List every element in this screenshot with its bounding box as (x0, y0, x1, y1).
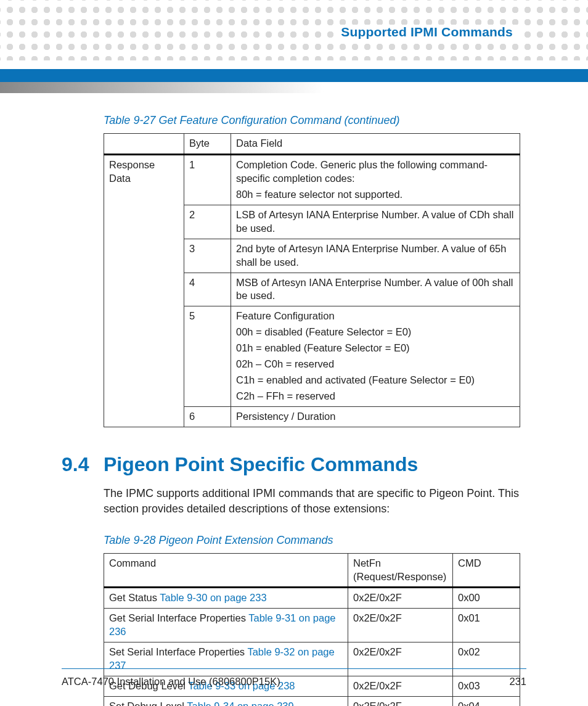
cmd-text: Set Serial Interface Properties (109, 646, 247, 657)
cell-line: C1h = enabled and activated (Feature Sel… (236, 374, 515, 387)
cmd-text: Get Serial Interface Properties (109, 612, 248, 623)
cross-ref-link[interactable]: Table 9-30 on page 233 (160, 592, 266, 603)
cell-cmd: 0x04 (453, 697, 520, 706)
table-927: Byte Data Field Response Data 1 Completi… (104, 133, 520, 427)
cell-byte: 6 (184, 407, 231, 427)
table-928-head-col1: Command (104, 553, 348, 588)
cell-netfn: 0x2E/0x2F (348, 642, 453, 676)
cell-cmd: 0x02 (453, 642, 520, 676)
cell-line: C2h – FFh = reserved (236, 390, 515, 403)
cmd-text: Get Status (109, 592, 160, 603)
cell-line: 2nd byte of Artesyn IANA Enterprise Numb… (236, 242, 515, 269)
cell-cmd: 0x01 (453, 609, 520, 642)
table-928-caption: Table 9-28 Pigeon Point Extension Comman… (104, 534, 520, 547)
cell-line: MSB of Artesyn IANA Enterprise Number. A… (236, 276, 515, 303)
cell-command: Get Status Table 9-30 on page 233 (104, 588, 348, 609)
section-intro: The IPMC supports additional IPMI comman… (104, 486, 520, 517)
cell-byte: 1 (184, 154, 231, 205)
cell-byte: 3 (184, 239, 231, 273)
cell-data: Persistency / Duration (231, 407, 520, 427)
cell-netfn: 0x2E/0x2F (348, 588, 453, 609)
cmd-text: Set Debug Level (109, 700, 187, 706)
chapter-title: Supported IPMI Commands (333, 25, 520, 39)
cell-command: Set Debug Level Table 9-34 on page 239 (104, 697, 348, 706)
cell-netfn: 0x2E/0x2F (348, 676, 453, 697)
cell-netfn: 0x2E/0x2F (348, 609, 453, 642)
section-number: 9.4 (62, 453, 104, 476)
table-927-group-label: Response Data (104, 154, 184, 427)
cell-byte: 2 (184, 205, 231, 239)
cell-command: Get Serial Interface Properties Table 9-… (104, 609, 348, 642)
cell-data: Feature Configuration 00h = disabled (Fe… (231, 306, 520, 407)
cell-line: 80h = feature selector not supported. (236, 188, 515, 202)
cross-ref-link[interactable]: Table 9-34 on page 239 (187, 700, 293, 706)
table-row: Set Debug Level Table 9-34 on page 239 0… (104, 697, 520, 706)
footer-doc-title: ATCA-7470 Installation and Use (6806800P… (62, 676, 280, 688)
table-927-head-col3: Data Field (231, 134, 520, 155)
table-row: Response Data 1 Completion Code. Generic… (104, 154, 520, 205)
cell-data: MSB of Artesyn IANA Enterprise Number. A… (231, 273, 520, 306)
cell-data: LSB of Artesyn IANA Enterprise Number. A… (231, 205, 520, 239)
cell-line: LSB of Artesyn IANA Enterprise Number. A… (236, 208, 515, 236)
table-927-caption: Table 9-27 Get Feature Configuration Com… (104, 114, 520, 127)
section-title: Pigeon Point Specific Commands (104, 453, 418, 476)
cell-line: Feature Configuration (236, 310, 515, 323)
table-928-head-col2: NetFn (Request/Response) (348, 553, 453, 588)
cell-line: Persistency / Duration (236, 410, 515, 424)
cell-netfn: 0x2E/0x2F (348, 697, 453, 706)
cell-byte: 5 (184, 306, 231, 407)
footer-page-number: 231 (509, 676, 526, 688)
header-rule-grey-gradient (0, 82, 588, 93)
table-928-head-col3: CMD (453, 553, 520, 588)
cell-byte: 4 (184, 273, 231, 306)
cell-line: 01h = enabled (Feature Selector = E0) (236, 342, 515, 355)
cell-line: Completion Code. Generic plus the follow… (236, 158, 515, 186)
cell-cmd: 0x00 (453, 588, 520, 609)
cell-data: 2nd byte of Artesyn IANA Enterprise Numb… (231, 239, 520, 273)
cell-line: 02h – C0h = reserved (236, 358, 515, 371)
cell-command: Set Serial Interface Properties Table 9-… (104, 642, 348, 676)
table-row: Get Serial Interface Properties Table 9-… (104, 609, 520, 642)
cell-line: 00h = disabled (Feature Selector = E0) (236, 326, 515, 339)
table-927-head-col2: Byte (184, 134, 231, 155)
footer-rule (62, 668, 526, 669)
table-row: Set Serial Interface Properties Table 9-… (104, 642, 520, 676)
cell-data: Completion Code. Generic plus the follow… (231, 154, 520, 205)
header-rule-blue (0, 69, 588, 82)
table-row: Get Status Table 9-30 on page 233 0x2E/0… (104, 588, 520, 609)
table-927-head-col1 (104, 134, 184, 155)
